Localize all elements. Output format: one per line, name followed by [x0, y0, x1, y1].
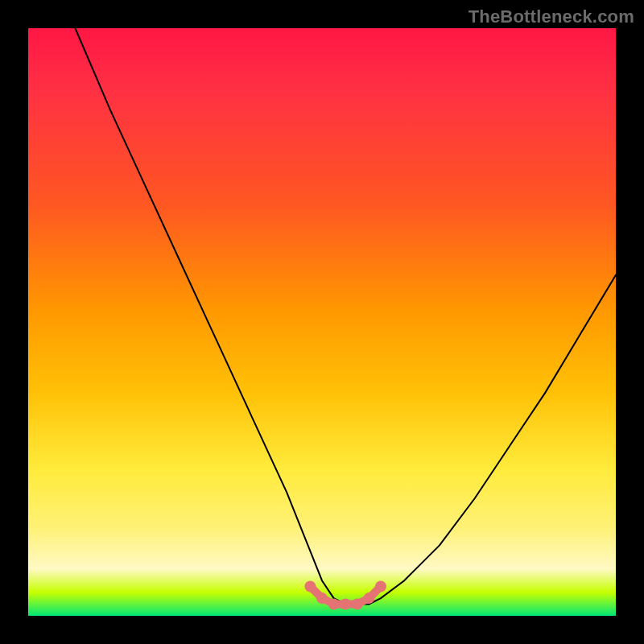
bottleneck-curve-path: [75, 28, 616, 604]
chart-svg: [28, 28, 616, 616]
optimal-band-dot: [352, 598, 363, 609]
watermark-text: TheBottleneck.com: [469, 6, 634, 27]
optimal-band-dot: [363, 592, 374, 604]
optimal-band-dot: [328, 598, 340, 609]
optimal-band-dot: [340, 598, 351, 609]
optimal-band-group: [304, 581, 386, 610]
optimal-band-dot: [316, 592, 328, 604]
optimal-band-dot: [304, 581, 316, 592]
optimal-band-dot: [375, 581, 386, 592]
